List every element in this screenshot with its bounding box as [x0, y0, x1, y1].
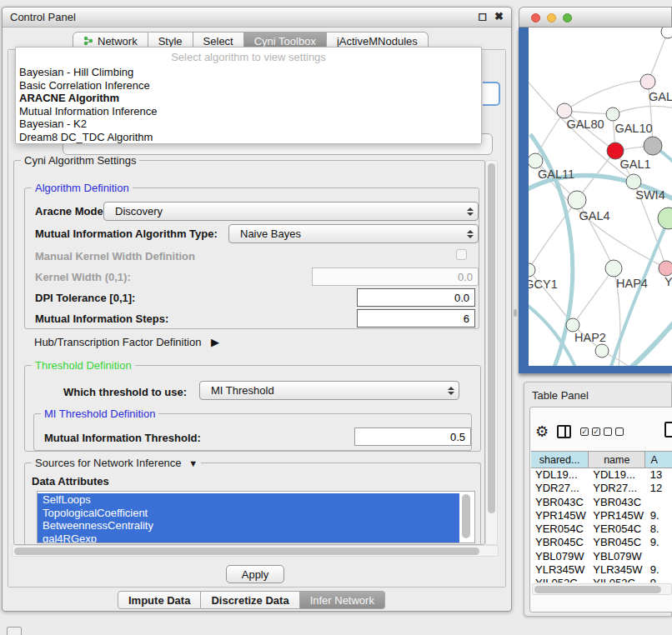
node-label: SWI4: [635, 188, 664, 202]
screen: Control Panel ◻ ✖ Network Style Select C…: [0, 0, 672, 635]
panel-divider-handle[interactable]: [514, 309, 517, 317]
network-view-window: GAL GAL80 GAL10 GAL1 GAL11 SWI4 GAL4 GCY…: [519, 7, 672, 373]
table-body: YDL19...YDL19...13 YDR27...YDR27...12 YB…: [531, 468, 672, 582]
document-icon[interactable]: [664, 422, 672, 438]
control-panel-title: Control Panel: [10, 11, 76, 23]
cell: 9.: [646, 563, 672, 577]
table-row[interactable]: YLR345WYLR345W9.: [531, 563, 672, 577]
node-label: GAL4: [579, 209, 609, 222]
cell: YPR145W: [589, 509, 645, 522]
tab-infer-network[interactable]: Infer Network: [300, 591, 385, 609]
table-row[interactable]: YER054CYER054C8.: [531, 522, 672, 536]
collapsed-panel-icon[interactable]: [7, 627, 22, 635]
algorithm-option[interactable]: Mutual Information Inference: [16, 105, 481, 118]
select-all-columns-icon[interactable]: ✓ ✓: [580, 428, 600, 436]
node-pink-right[interactable]: [659, 261, 672, 276]
table-header-row: shared... name A: [531, 451, 672, 468]
node-hap2[interactable]: [566, 318, 579, 332]
aracne-mode-value: Discovery: [115, 205, 163, 218]
kernel-width-field[interactable]: 0.0: [312, 268, 479, 286]
tab-impute-data-label: Impute Data: [128, 594, 190, 607]
control-panel-titlebar: Control Panel ◻ ✖: [3, 8, 511, 28]
list-item[interactable]: gal4RGexp: [38, 532, 459, 544]
tab-select-label: Select: [203, 35, 233, 48]
node-big-green[interactable]: [658, 208, 672, 229]
settings-horizontal-scrollbar-thumb[interactable]: [14, 548, 479, 555]
tab-style-label: Style: [158, 35, 183, 48]
algorithm-option[interactable]: Dream8 DC_TDC Algorithm: [16, 131, 481, 144]
settings-horizontal-scrollbar[interactable]: [12, 545, 499, 557]
table-horizontal-scrollbar-thumb[interactable]: [534, 586, 661, 593]
sources-group: Sources for Network Inference ▼ Data Att…: [24, 462, 481, 545]
network-graph: GAL GAL80 GAL10 GAL1 GAL11 SWI4 GAL4 GCY…: [529, 28, 672, 366]
mi-threshold-field[interactable]: 0.5: [354, 428, 471, 446]
hub-section-header[interactable]: Hub/Transcription Factor Definition ▶: [34, 336, 219, 348]
table-row[interactable]: YPR145WYPR145W9.: [531, 509, 672, 522]
aracne-mode-label: Aracne Mode:: [35, 205, 107, 218]
close-traffic-light-icon[interactable]: [531, 13, 540, 22]
float-window-icon[interactable]: ◻: [478, 10, 487, 22]
node-gal4[interactable]: [568, 191, 586, 209]
node-label: GAL11: [538, 168, 574, 181]
node-hap4[interactable]: [605, 260, 622, 277]
zoom-traffic-light-icon[interactable]: [563, 13, 572, 22]
node-gal10[interactable]: [606, 108, 619, 121]
spinner-arrows-icon: [448, 387, 454, 395]
node-gal80[interactable]: [557, 103, 572, 118]
node-gal11[interactable]: [529, 153, 543, 168]
table-row[interactable]: YBR045CYBR045C9.: [531, 536, 672, 549]
close-window-icon[interactable]: ✖: [494, 10, 504, 22]
mi-type-select[interactable]: Naive Bayes: [228, 224, 479, 243]
algorithm-option[interactable]: Bayesian - Hill Climbing: [16, 66, 481, 79]
column-header-shared-name[interactable]: shared...: [531, 452, 589, 468]
column-header-partial[interactable]: A: [645, 452, 672, 468]
algorithm-option[interactable]: Basic Correlation Inference: [16, 79, 481, 92]
mi-threshold-definition-group: MI Threshold Definition Mutual Informati…: [33, 413, 472, 451]
mi-steps-label: Mutual Information Steps:: [35, 312, 168, 325]
tab-discretize-data[interactable]: Discretize Data: [201, 591, 299, 609]
node-top-partial[interactable]: [661, 28, 672, 38]
algorithm-option[interactable]: Bayesian - K2: [16, 118, 481, 131]
node-label: GAL: [649, 90, 672, 103]
mi-type-value: Naive Bayes: [240, 228, 301, 240]
node-gal1-red[interactable]: [607, 142, 624, 159]
columns-icon[interactable]: [557, 425, 571, 438]
node-label: GAL10: [614, 122, 652, 135]
data-attributes-label: Data Attributes: [32, 475, 109, 488]
column-header-name[interactable]: name: [589, 452, 645, 468]
deselect-all-columns-icon[interactable]: [604, 428, 624, 436]
cell: YDR27...: [589, 482, 645, 495]
node-bottom-partial[interactable]: [595, 344, 609, 358]
node-swi4[interactable]: [626, 174, 641, 189]
tab-impute-data[interactable]: Impute Data: [118, 591, 201, 609]
node-gray[interactable]: [644, 137, 662, 155]
data-attributes-list[interactable]: SelfLoops TopologicalCoefficient Between…: [37, 491, 475, 543]
list-item[interactable]: TopologicalCoefficient: [38, 507, 459, 520]
minimize-traffic-light-icon[interactable]: [547, 13, 556, 22]
list-item[interactable]: BetweennessCentrality: [38, 519, 459, 532]
list-scrollbar-thumb[interactable]: [462, 494, 470, 538]
gear-icon[interactable]: ⚙: [535, 422, 549, 441]
which-threshold-select[interactable]: MI Threshold: [199, 381, 459, 400]
node-gcy1[interactable]: [529, 263, 535, 277]
settings-vertical-scrollbar[interactable]: [485, 160, 498, 545]
network-canvas[interactable]: GAL GAL80 GAL10 GAL1 GAL11 SWI4 GAL4 GCY…: [529, 28, 672, 366]
algorithm-option-selected[interactable]: ARACNE Algorithm: [16, 92, 481, 105]
apply-button[interactable]: Apply: [226, 565, 284, 583]
aracne-mode-select[interactable]: Discovery: [103, 202, 479, 221]
table-row[interactable]: YBR043CYBR043C: [531, 496, 672, 509]
manual-kernel-checkbox[interactable]: [456, 249, 467, 260]
mi-steps-field[interactable]: 6: [357, 309, 475, 328]
table-row[interactable]: YDL19...YDL19...13: [531, 468, 672, 482]
dpi-tolerance-field[interactable]: 0.0: [357, 288, 475, 307]
table-row[interactable]: YBL079WYBL079W: [531, 550, 672, 563]
sources-group-title[interactable]: Sources for Network Inference ▼: [32, 457, 201, 469]
node-gal-pink[interactable]: [640, 74, 655, 89]
cell: YDL19...: [531, 468, 589, 482]
table-row[interactable]: YIL052CYIL052C9: [531, 577, 672, 582]
table-row[interactable]: YDR27...YDR27...12: [531, 482, 672, 495]
cell: 12: [646, 482, 672, 495]
settings-vertical-scrollbar-thumb[interactable]: [488, 163, 495, 513]
list-item[interactable]: SelfLoops: [38, 493, 459, 507]
table-horizontal-scrollbar[interactable]: [532, 583, 672, 595]
